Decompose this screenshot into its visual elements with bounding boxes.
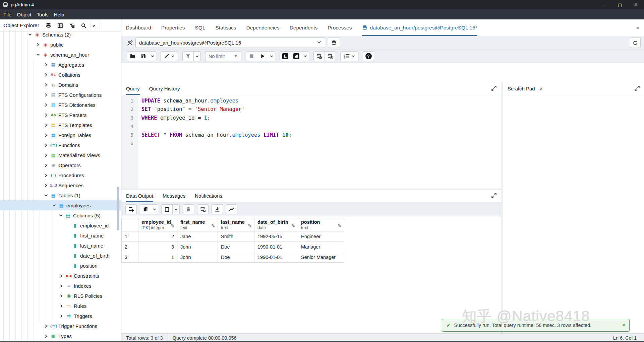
cell-employee_id[interactable]: 2 [138,231,177,242]
row-number[interactable]: 1 [122,231,138,242]
tree-item-aggregates[interactable]: ▦Aggregates [0,60,121,70]
tree-item-employees[interactable]: ▦employees [0,200,121,210]
chevron-right-icon[interactable] [42,82,50,87]
filter-icon[interactable] [67,21,76,30]
cell-first_name[interactable]: Jane [177,231,218,242]
tree-item-operators[interactable]: ⊕Operators [0,160,121,170]
tree-item-materialized-views[interactable]: ▦Materialized Views [0,150,121,160]
tree-item-collations[interactable]: A↓Collations [0,70,121,80]
tree-item-rls-policies[interactable]: ◉RLS Policies [0,291,121,301]
chevron-right-icon[interactable] [42,142,50,148]
filter-rows-button[interactable] [182,51,194,61]
tab-dependents[interactable]: Dependents [290,19,318,36]
tree-item-schema-an-hour[interactable]: ◈schema_an_hour [0,50,121,60]
column-header-first_name[interactable]: first_nametext✎ [177,218,218,231]
chevron-down-icon[interactable] [26,32,34,37]
column-header-employee_id[interactable]: employee_id[PK] integer✎ [138,218,177,231]
add-row-button[interactable] [125,204,137,214]
connection-status-icon[interactable] [125,38,135,48]
tree-item-employee-id[interactable]: ▮employee_id [0,220,121,230]
row-limit-select[interactable]: No limit [205,51,241,61]
chevron-right-icon[interactable] [42,72,50,77]
tab-close-icon[interactable]: × [636,25,639,31]
chevron-right-icon[interactable] [42,162,50,168]
row-number[interactable]: 2 [122,242,138,252]
cell-employee_id[interactable]: 1 [138,252,177,263]
edit-column-icon[interactable]: ✎ [211,223,215,228]
edit-column-icon[interactable]: ✎ [248,223,252,228]
save-options-chevron-icon[interactable] [149,51,156,61]
sql-editor[interactable]: 123456 UPDATE schema_an_hour.employeesSE… [121,95,501,189]
cell-employee_id[interactable]: 3 [138,242,177,252]
chevron-right-icon[interactable] [42,323,50,329]
cell-position[interactable]: Manager [298,242,344,252]
chevron-right-icon[interactable] [42,152,50,158]
tree-item-position[interactable]: ▮position [0,261,121,271]
tab-sql[interactable]: SQL [195,19,205,36]
refresh-layout-button[interactable] [630,38,641,48]
cell-last_name[interactable]: Doe [218,242,254,252]
cell-date_of_birth[interactable]: 1990-01-01 [254,252,298,263]
column-header-date_of_birth[interactable]: date_of_birthdate✎ [254,218,298,231]
tree-item-procedures[interactable]: { }Procedures [0,170,121,180]
paste-button[interactable] [161,204,173,214]
chevron-down-icon[interactable] [50,203,58,208]
explain-options-chevron-icon[interactable] [302,51,309,61]
tree-item-first-name[interactable]: ▮first_name [0,230,121,241]
tree-item-date-of-birth[interactable]: ▮date_of_birth [0,251,121,261]
save-data-button[interactable] [197,204,209,214]
tree-item-foreign-tables[interactable]: ▦Foreign Tables [0,130,121,140]
chevron-right-icon[interactable] [58,313,65,319]
table-icon[interactable] [55,21,65,30]
chevron-right-icon[interactable] [42,183,50,188]
column-header-last_name[interactable]: last_nametext✎ [218,218,254,231]
paste-options-chevron-icon[interactable] [172,204,180,214]
chevron-down-icon[interactable] [57,213,64,218]
tree-item-indexes[interactable]: ⌗Indexes [0,281,121,291]
chevron-right-icon[interactable] [42,92,50,97]
chevron-right-icon[interactable] [42,333,50,339]
chevron-right-icon[interactable] [34,42,42,47]
cell-date_of_birth[interactable]: 1992-05-15 [254,231,298,242]
cell-last_name[interactable]: Doe [218,252,254,263]
chevron-right-icon[interactable] [58,283,65,288]
tab-dashboard[interactable]: Dashboard [126,19,151,36]
filter-options-chevron-icon[interactable] [193,51,201,61]
chevron-right-icon[interactable] [42,173,50,178]
expand-results-icon[interactable] [491,193,497,200]
cell-date_of_birth[interactable]: 1990-01-01 [254,242,298,252]
tree-item-constraints[interactable]: ▶◀Constraints [0,271,121,281]
close-button[interactable]: × [628,0,644,9]
tree-item-trigger-functions[interactable]: {≡}Trigger Functions [0,321,121,331]
chevron-right-icon[interactable] [42,112,50,118]
connection-dropdown[interactable]: database_an_hour/postgres@PostgreSQL 15 [135,38,325,48]
sidebar-scrollbar[interactable] [117,187,119,230]
commit-button[interactable] [313,51,325,61]
menu-tools[interactable]: Tools [37,12,49,17]
open-file-button[interactable] [127,51,138,61]
macros-button[interactable]: 123 [340,51,358,61]
data-output-grid[interactable]: employee_id[PK] integer✎first_nametext✎l… [121,218,344,263]
rollback-button[interactable] [325,51,336,61]
tab-query[interactable]: Query [126,82,140,95]
tree-item-rules[interactable]: ▭Rules [0,301,121,311]
tree-item-tables-1-[interactable]: ▦Tables (1) [0,190,121,200]
tree-item-fts-templates[interactable]: ▤FTS Templates [0,120,121,130]
maximize-button[interactable]: ▢ [612,0,628,9]
tab-properties[interactable]: Properties [161,19,185,36]
tab-dependencies[interactable]: Dependencies [246,19,280,36]
chevron-right-icon[interactable] [58,303,65,309]
table-row[interactable]: 12JaneSmith1992-05-15Engineer [122,231,344,242]
editor-code[interactable]: UPDATE schema_an_hour.employeesSET "posi… [138,95,292,189]
tab-notifications[interactable]: Notifications [195,190,222,202]
chevron-down-icon[interactable] [34,52,42,57]
save-file-button[interactable] [138,51,149,61]
expand-query-icon[interactable] [491,85,497,92]
edit-column-icon[interactable]: ✎ [291,223,295,228]
row-number[interactable]: 3 [122,252,138,263]
tree-item-domains[interactable]: ⌂Domains [0,80,121,90]
cell-position[interactable]: Senior Manager [298,252,344,263]
edit-column-icon[interactable]: ✎ [171,223,175,228]
explain-analyze-button[interactable] [291,51,302,61]
minimize-button[interactable]: — [596,0,612,9]
